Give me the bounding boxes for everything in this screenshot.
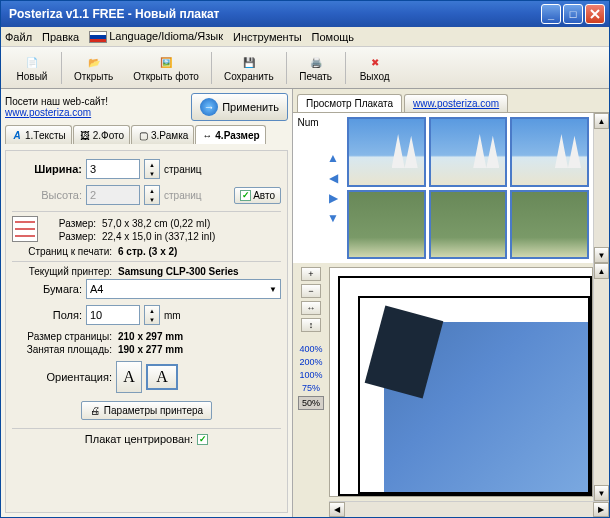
tab-photo[interactable]: 🖼2.Фото xyxy=(73,125,130,144)
preview-bottom: + − ↔ ↕ 400% 200% 100% 75% 50% xyxy=(293,263,609,517)
frame-icon: ▢ xyxy=(137,129,149,141)
flag-icon xyxy=(89,31,107,43)
menubar: Файл Правка Language/Idioma/Язык Инструм… xyxy=(1,27,609,47)
arrow-right-icon[interactable]: ▶ xyxy=(326,191,340,205)
tab-website[interactable]: www.posteriza.com xyxy=(404,94,508,112)
orientation-portrait[interactable]: A xyxy=(116,361,142,393)
exit-button[interactable]: ✖Выход xyxy=(348,51,402,84)
minimize-button[interactable]: _ xyxy=(541,4,561,24)
dim-cm: 57,0 x 38,2 cm (0,22 mI) xyxy=(102,218,210,229)
height-unit: страниц xyxy=(164,190,202,201)
zoom-out-button[interactable]: − xyxy=(301,284,321,298)
tab-panel-size: Ширина: ▲▼ страниц Высота: ▲▼ страниц ✓А… xyxy=(5,150,288,513)
photo-icon: 🖼 xyxy=(79,129,91,141)
tab-frame[interactable]: ▢3.Рамка xyxy=(131,125,194,144)
zoom-75[interactable]: 75% xyxy=(302,383,320,393)
exit-icon: ✖ xyxy=(366,53,384,71)
tab-preview[interactable]: Просмотр Плаката xyxy=(297,94,402,112)
width-unit: страниц xyxy=(164,164,202,175)
menu-help[interactable]: Помощь xyxy=(312,31,355,43)
toolbar: 📄Новый 📂Открыть 🖼️Открыть фото 💾Сохранит… xyxy=(1,47,609,89)
thumb-1[interactable] xyxy=(347,117,426,187)
new-icon: 📄 xyxy=(23,53,41,71)
close-button[interactable] xyxy=(585,4,605,24)
height-label: Высота: xyxy=(12,189,82,201)
zoom-200[interactable]: 200% xyxy=(299,357,322,367)
printer-params-button[interactable]: 🖨Параметры принтера xyxy=(81,401,212,420)
tab-size[interactable]: ↔4.Размер xyxy=(195,125,265,144)
usedarea-value: 190 x 277 mm xyxy=(118,344,183,355)
menu-edit[interactable]: Правка xyxy=(42,31,79,43)
zoom-in-button[interactable]: + xyxy=(301,267,321,281)
open-button[interactable]: 📂Открыть xyxy=(64,51,123,84)
left-panel: Посети наш web-сайт! www.posteriza.com →… xyxy=(1,89,293,517)
vscrollbar-top[interactable]: ▲▼ xyxy=(593,113,609,263)
open-icon: 📂 xyxy=(85,53,103,71)
arrow-down-icon[interactable]: ▼ xyxy=(326,211,340,225)
save-icon: 💾 xyxy=(240,53,258,71)
save-button[interactable]: 💾Сохранить xyxy=(214,51,284,84)
menu-tools[interactable]: Инструменты xyxy=(233,31,302,43)
auto-button[interactable]: ✓Авто xyxy=(234,187,281,204)
visit-row: Посети наш web-сайт! www.posteriza.com →… xyxy=(5,93,288,121)
menu-lang[interactable]: Language/Idioma/Язык xyxy=(89,30,223,43)
text-icon: A xyxy=(11,129,23,141)
openphoto-icon: 🖼️ xyxy=(157,53,175,71)
pages-value: 6 стр. (3 x 2) xyxy=(118,246,177,257)
margins-unit: mm xyxy=(164,310,181,321)
size-diagram-icon xyxy=(12,216,38,242)
height-spinner[interactable]: ▲▼ xyxy=(144,185,160,205)
zoom-400[interactable]: 400% xyxy=(299,344,322,354)
printer-value: Samsung CLP-300 Series xyxy=(118,266,239,277)
openphoto-button[interactable]: 🖼️Открыть фото xyxy=(123,51,209,84)
zoom-fitw-button[interactable]: ↔ xyxy=(301,301,321,315)
zoom-fith-button[interactable]: ↕ xyxy=(301,318,321,332)
size-icon: ↔ xyxy=(201,129,213,141)
arrow-left-icon[interactable]: ◀ xyxy=(326,171,340,185)
orientation-landscape[interactable]: A xyxy=(146,364,178,390)
thumb-5[interactable] xyxy=(429,190,508,260)
vscrollbar-bottom[interactable]: ▲▼ xyxy=(593,263,609,501)
margins-input[interactable] xyxy=(86,305,140,325)
titlebar[interactable]: Posteriza v1.1 FREE - Новый плакат _ □ xyxy=(1,1,609,27)
usedarea-label: Занятая площадь: xyxy=(12,344,112,355)
apply-button[interactable]: → Применить xyxy=(191,93,288,121)
pagesize-value: 210 x 297 mm xyxy=(118,331,183,342)
preview-top: Num ▲ ◀ ▶ ▼ ▲▼ xyxy=(293,113,609,263)
thumb-3[interactable] xyxy=(510,117,589,187)
height-input xyxy=(86,185,140,205)
thumb-6[interactable] xyxy=(510,190,589,260)
maximize-button[interactable]: □ xyxy=(563,4,583,24)
right-panel: Просмотр Плаката www.posteriza.com Num ▲… xyxy=(293,89,609,517)
new-button[interactable]: 📄Новый xyxy=(5,51,59,84)
center-checkbox[interactable]: ✓ xyxy=(197,434,208,445)
visit-message: Посети наш web-сайт! www.posteriza.com xyxy=(5,96,185,118)
window-buttons: _ □ xyxy=(541,4,605,24)
zoom-100[interactable]: 100% xyxy=(299,370,322,380)
thumb-2[interactable] xyxy=(429,117,508,187)
hscrollbar[interactable]: ◀▶ xyxy=(329,501,609,517)
num-column: Num xyxy=(293,113,323,263)
config-tabs: A1.Тексты 🖼2.Фото ▢3.Рамка ↔4.Размер xyxy=(5,125,288,144)
margins-spinner[interactable]: ▲▼ xyxy=(144,305,160,325)
arrow-up-icon[interactable]: ▲ xyxy=(326,151,340,165)
tab-texts[interactable]: A1.Тексты xyxy=(5,125,72,144)
paper-select[interactable]: A4▼ xyxy=(86,279,281,299)
page-preview[interactable] xyxy=(329,267,593,497)
width-spinner[interactable]: ▲▼ xyxy=(144,159,160,179)
check-icon: ✓ xyxy=(240,190,251,201)
app-window: Posteriza v1.1 FREE - Новый плакат _ □ Ф… xyxy=(0,0,610,518)
print-button[interactable]: 🖨️Печать xyxy=(289,51,343,84)
thumb-4[interactable] xyxy=(347,190,426,260)
margins-label: Поля: xyxy=(12,309,82,321)
caret-icon: ▼ xyxy=(269,285,277,294)
center-label: Плакат центрирован: xyxy=(85,433,193,445)
pages-label: Страниц к печати: xyxy=(12,246,112,257)
visit-link[interactable]: www.posteriza.com xyxy=(5,107,91,118)
zoom-50[interactable]: 50% xyxy=(298,396,324,410)
width-input[interactable] xyxy=(86,159,140,179)
menu-file[interactable]: Файл xyxy=(5,31,32,43)
dim-in: 22,4 x 15,0 in (337,12 inI) xyxy=(102,231,215,242)
paper-label: Бумага: xyxy=(12,283,82,295)
zoom-column: + − ↔ ↕ 400% 200% 100% 75% 50% xyxy=(293,263,329,517)
